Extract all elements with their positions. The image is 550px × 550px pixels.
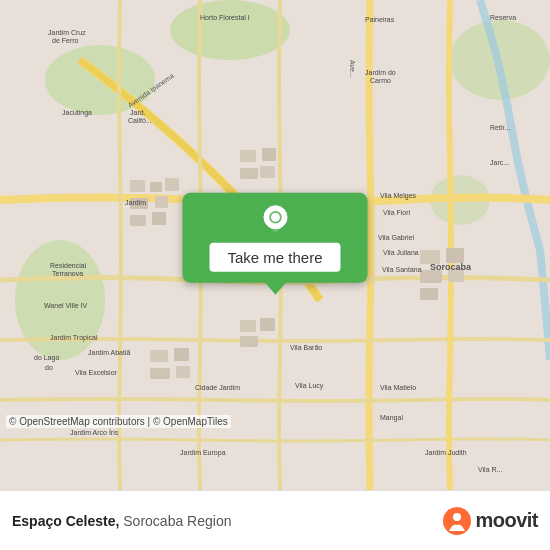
svg-text:Jardim Europa: Jardim Europa	[180, 449, 226, 457]
location-info: Espaço Celeste, Sorocaba Region	[12, 513, 231, 529]
svg-text:Vila R...: Vila R...	[478, 466, 502, 473]
svg-rect-25	[150, 350, 168, 362]
moovit-brand-icon	[443, 507, 471, 535]
svg-text:Mangal: Mangal	[380, 414, 403, 422]
svg-text:Vila Matielo: Vila Matielo	[380, 384, 416, 391]
svg-rect-6	[130, 180, 145, 192]
svg-text:do: do	[45, 364, 53, 371]
svg-rect-28	[176, 366, 190, 378]
svg-rect-21	[446, 248, 464, 263]
svg-text:Califó...: Califó...	[128, 117, 152, 124]
svg-rect-24	[420, 288, 438, 300]
svg-text:Ave...: Ave...	[349, 60, 356, 78]
svg-text:Jardim Tropical: Jardim Tropical	[50, 334, 98, 342]
svg-text:Jardim Abatiã: Jardim Abatiã	[88, 349, 131, 356]
svg-text:Jacutinga: Jacutinga	[62, 109, 92, 117]
svg-text:Retir...: Retir...	[490, 124, 510, 131]
svg-rect-30	[260, 318, 275, 331]
location-popup: Take me there	[183, 193, 368, 283]
svg-text:Vila Barão: Vila Barão	[290, 344, 322, 351]
svg-text:do Lago: do Lago	[34, 354, 59, 362]
svg-rect-26	[174, 348, 189, 361]
svg-text:Vila Excelsior: Vila Excelsior	[75, 369, 118, 376]
svg-text:Cidade Jardim: Cidade Jardim	[195, 384, 240, 391]
svg-rect-10	[155, 196, 168, 208]
map-attribution: © OpenStreetMap contributors | © OpenMap…	[6, 415, 231, 428]
svg-rect-8	[165, 178, 179, 191]
svg-text:Horto Florestal I: Horto Florestal I	[200, 14, 250, 21]
moovit-logo[interactable]: moovit	[443, 507, 538, 535]
svg-rect-12	[152, 212, 166, 225]
svg-rect-15	[240, 168, 258, 179]
svg-point-1	[170, 0, 290, 60]
svg-text:Jardim Judith: Jardim Judith	[425, 449, 467, 456]
location-pin-icon	[259, 204, 291, 236]
map-container[interactable]: Jardim Cruz de Ferro Horto Florestal I P…	[0, 0, 550, 490]
svg-rect-29	[240, 320, 256, 332]
svg-text:Jardim Cruz: Jardim Cruz	[48, 29, 86, 36]
svg-point-3	[15, 240, 105, 360]
svg-rect-31	[240, 336, 258, 347]
svg-text:Jarc...: Jarc...	[490, 159, 509, 166]
svg-text:Jardim: Jardim	[125, 199, 146, 206]
svg-text:Wanel Ville IV: Wanel Ville IV	[44, 302, 88, 309]
svg-text:Paineiras: Paineiras	[365, 16, 395, 23]
svg-rect-16	[260, 166, 275, 178]
svg-text:Vila Melges: Vila Melges	[380, 192, 417, 200]
popup-card: Take me there	[183, 193, 368, 283]
svg-text:Vila Gabriel: Vila Gabriel	[378, 234, 415, 241]
svg-text:Sorocaba: Sorocaba	[430, 262, 472, 272]
svg-text:Jardim Arco Íris: Jardim Arco Íris	[70, 428, 119, 436]
svg-text:Carmo: Carmo	[370, 77, 391, 84]
svg-text:de Ferro: de Ferro	[52, 37, 79, 44]
svg-text:Terranova: Terranova	[52, 270, 83, 277]
svg-rect-11	[130, 215, 146, 226]
svg-text:Vila Santana: Vila Santana	[382, 266, 422, 273]
location-name: Espaço Celeste, Sorocaba Region	[12, 513, 231, 529]
bottom-bar: Espaço Celeste, Sorocaba Region moovit	[0, 490, 550, 550]
svg-text:Vila Fiori: Vila Fiori	[383, 209, 411, 216]
take-me-there-button[interactable]: Take me there	[209, 242, 340, 271]
svg-rect-7	[150, 182, 162, 192]
svg-rect-13	[240, 150, 256, 162]
svg-text:Vila Lucy: Vila Lucy	[295, 382, 324, 390]
svg-text:Jard.: Jard.	[130, 109, 146, 116]
svg-rect-27	[150, 368, 170, 379]
svg-rect-14	[262, 148, 276, 161]
moovit-brand-text: moovit	[475, 509, 538, 532]
svg-point-74	[453, 513, 461, 521]
svg-text:Residencial: Residencial	[50, 262, 87, 269]
svg-text:Reserva: Reserva	[490, 14, 516, 21]
svg-text:Jardim do: Jardim do	[365, 69, 396, 76]
svg-text:Vila Juliana: Vila Juliana	[383, 249, 419, 256]
svg-point-72	[271, 212, 280, 221]
